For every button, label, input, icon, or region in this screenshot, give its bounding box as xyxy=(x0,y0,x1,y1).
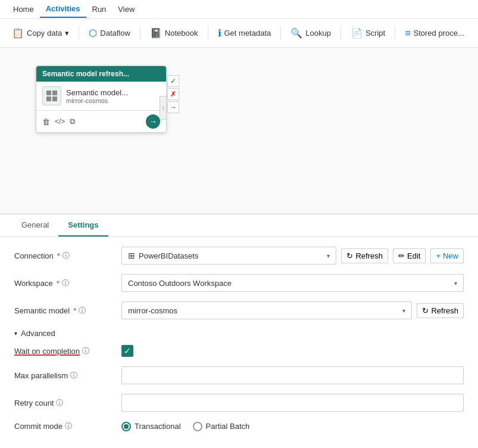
lookup-button[interactable]: 🔍 Lookup xyxy=(286,25,336,41)
copy-data-button[interactable]: 📋 Copy data ▾ xyxy=(7,25,74,41)
max-parallelism-row: Max parallelism ⓘ xyxy=(14,366,464,384)
resize-handle[interactable]: ⋮ xyxy=(160,96,167,120)
delete-icon[interactable]: 🗑 xyxy=(42,117,50,126)
tab-settings[interactable]: Settings xyxy=(58,214,108,237)
connection-select[interactable]: ⊞ PowerBIDatasets ▾ xyxy=(121,247,336,265)
advanced-chevron-icon: ▾ xyxy=(14,330,17,337)
code-icon[interactable]: </> xyxy=(55,117,65,126)
radio-transactional[interactable]: Transactional xyxy=(121,422,181,431)
connection-refresh-button[interactable]: ↻ Refresh xyxy=(341,248,388,263)
toolbar-divider-5 xyxy=(340,26,341,41)
workspace-value: Contoso Outdoors Workspace xyxy=(128,279,232,288)
connection-grid-icon: ⊞ xyxy=(128,251,135,260)
connection-label: Connection * ⓘ xyxy=(14,251,121,261)
wait-checkbox[interactable]: ✓ xyxy=(121,345,133,357)
semantic-model-select[interactable]: mirror-cosmos ▾ xyxy=(121,301,412,319)
retry-count-row: Retry count ⓘ xyxy=(14,394,464,412)
connection-new-label: New xyxy=(443,251,458,260)
activity-footer-icons: 🗑 </> ⧉ xyxy=(42,117,75,126)
dataflow-button[interactable]: ⬡ Dataflow xyxy=(84,25,135,41)
stored-proc-icon: ≡ xyxy=(405,28,410,39)
radio-transactional-inner xyxy=(124,424,129,429)
max-parallelism-info-icon[interactable]: ⓘ xyxy=(70,371,77,381)
retry-count-info-icon[interactable]: ⓘ xyxy=(56,398,63,408)
toolbar-divider-1 xyxy=(79,26,79,41)
radio-partial-batch-label: Partial Batch xyxy=(206,422,250,431)
lookup-icon: 🔍 xyxy=(290,27,302,39)
connection-new-button[interactable]: + New xyxy=(430,248,464,263)
toolbar: 📋 Copy data ▾ ⬡ Dataflow 📓 Notebook ℹ Ge… xyxy=(0,19,478,48)
script-icon: 📄 xyxy=(351,27,363,39)
semantic-model-info-icon[interactable]: ⓘ xyxy=(79,306,86,316)
commit-mode-row: Commit mode ⓘ Transactional Partial Batc… xyxy=(14,421,464,431)
workspace-label: Workspace * ⓘ xyxy=(14,278,121,288)
script-button[interactable]: 📄 Script xyxy=(346,25,390,41)
notebook-label: Notebook xyxy=(165,29,198,38)
connection-select-inner: ⊞ PowerBIDatasets xyxy=(128,251,198,260)
workspace-row: Workspace * ⓘ Contoso Outdoors Workspace… xyxy=(14,274,464,292)
connection-control: ⊞ PowerBIDatasets ▾ ↻ Refresh ✏ Edit + N… xyxy=(121,247,464,265)
semantic-model-chevron-icon: ▾ xyxy=(402,307,405,314)
retry-count-input[interactable] xyxy=(121,394,464,412)
connection-chevron-icon: ▾ xyxy=(327,253,330,259)
bottom-panel: General Settings Connection * ⓘ ⊞ PowerB… xyxy=(0,214,478,448)
semantic-model-row: Semantic model * ⓘ mirror-cosmos ▾ ↻ Ref… xyxy=(14,301,464,319)
stored-proc-button[interactable]: ≡ Stored proce... xyxy=(400,26,469,41)
copy-icon[interactable]: ⧉ xyxy=(70,117,75,126)
wait-info-icon[interactable]: ⓘ xyxy=(82,346,89,356)
dataflow-label: Dataflow xyxy=(100,29,130,38)
semantic-model-refresh-button[interactable]: ↻ Refresh xyxy=(417,303,464,318)
get-metadata-label: Get metadata xyxy=(224,29,271,38)
connection-edit-button[interactable]: ✏ Edit xyxy=(393,248,426,263)
max-parallelism-control xyxy=(121,366,464,384)
node-side-check[interactable]: ✓ xyxy=(167,75,179,87)
connection-refresh-label: Refresh xyxy=(355,251,383,260)
dropdown-arrow-icon: ▾ xyxy=(65,29,69,38)
activity-info: Semantic model... mirror-cosmos xyxy=(66,88,128,104)
advanced-label: Advanced xyxy=(21,329,55,338)
toolbar-divider-4 xyxy=(280,26,281,41)
activity-node-body: Semantic model... mirror-cosmos xyxy=(36,82,166,111)
settings-form: Connection * ⓘ ⊞ PowerBIDatasets ▾ ↻ Ref… xyxy=(0,237,478,448)
semantic-model-refresh-icon: ↻ xyxy=(422,306,429,315)
semantic-model-label: Semantic model * ⓘ xyxy=(14,306,121,316)
node-side-x[interactable]: ✗ xyxy=(167,88,179,100)
nav-home[interactable]: Home xyxy=(7,1,40,17)
activity-node-title: Semantic model refresh... xyxy=(42,70,129,78)
max-parallelism-input[interactable] xyxy=(121,366,464,384)
wait-on-completion-row: Wait on completion ⓘ ✓ xyxy=(14,345,464,357)
semantic-model-refresh-label: Refresh xyxy=(431,306,458,315)
nav-activities[interactable]: Activities xyxy=(40,1,86,18)
commit-mode-info-icon[interactable]: ⓘ xyxy=(65,421,72,431)
stored-proc-label: Stored proce... xyxy=(414,29,464,38)
activity-name: Semantic model... xyxy=(66,88,128,97)
toolbar-divider-6 xyxy=(395,26,395,41)
node-side-arrow[interactable]: → xyxy=(167,101,179,113)
connection-edit-label: Edit xyxy=(407,251,420,260)
script-label: Script xyxy=(365,29,385,38)
lookup-label: Lookup xyxy=(305,29,331,38)
notebook-button[interactable]: 📓 Notebook xyxy=(145,25,203,41)
radio-partial-batch-outer xyxy=(193,422,202,431)
nav-view[interactable]: View xyxy=(112,1,140,17)
tab-general[interactable]: General xyxy=(12,214,58,237)
svg-rect-2 xyxy=(46,97,51,101)
workspace-select[interactable]: Contoso Outdoors Workspace ▾ xyxy=(121,274,464,292)
activity-node[interactable]: Semantic model refresh... Semantic model… xyxy=(36,66,167,133)
radio-partial-batch[interactable]: Partial Batch xyxy=(193,422,250,431)
advanced-toggle[interactable]: ▾ Advanced xyxy=(14,329,55,338)
arrow-right-icon[interactable]: → xyxy=(146,114,160,129)
connection-info-icon[interactable]: ⓘ xyxy=(63,251,70,261)
connection-row: Connection * ⓘ ⊞ PowerBIDatasets ▾ ↻ Ref… xyxy=(14,247,464,265)
workspace-info-icon[interactable]: ⓘ xyxy=(62,278,69,288)
retry-count-label: Retry count ⓘ xyxy=(14,398,121,408)
radio-transactional-outer xyxy=(121,422,131,431)
dataflow-icon: ⬡ xyxy=(89,27,97,39)
svg-rect-1 xyxy=(52,91,57,95)
commit-mode-control: Transactional Partial Batch xyxy=(121,422,464,431)
connection-required: * xyxy=(57,251,60,260)
activity-node-footer: 🗑 </> ⧉ → xyxy=(36,111,166,132)
nav-run[interactable]: Run xyxy=(86,1,113,17)
get-metadata-button[interactable]: ℹ Get metadata xyxy=(213,25,276,41)
canvas-area: Semantic model refresh... Semantic model… xyxy=(0,48,478,214)
